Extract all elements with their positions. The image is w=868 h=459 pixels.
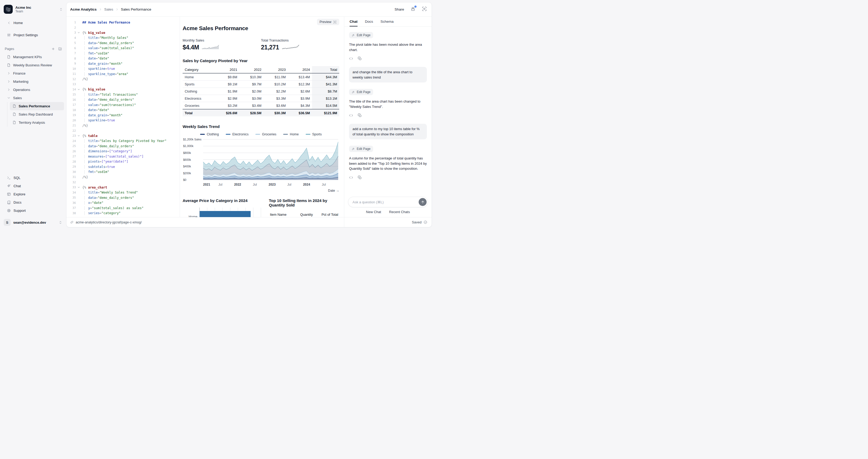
tab-chat[interactable]: Chat <box>349 17 358 27</box>
code-line[interactable]: 19date_grain="month" <box>66 112 180 118</box>
copy-icon[interactable] <box>358 113 362 118</box>
code-line[interactable]: 15title="Total Transactions" <box>66 92 180 97</box>
breadcrumb-item[interactable]: Sales <box>104 7 113 11</box>
code-line[interactable]: 10sparkline=true <box>66 66 180 72</box>
view-code-icon[interactable] <box>349 175 353 179</box>
legend-item[interactable]: Home <box>283 132 299 136</box>
code-line[interactable]: 16data="demo_daily_orders" <box>66 97 180 103</box>
fold-icon[interactable] <box>76 31 81 34</box>
arrow-up-icon <box>421 200 425 204</box>
tab-docs[interactable]: Docs <box>365 17 373 27</box>
fold-icon[interactable] <box>76 88 81 91</box>
sidebar-page-sales-performance[interactable]: Sales Performance <box>10 102 64 110</box>
code-line[interactable]: 25data="demo_daily_orders" <box>66 143 180 149</box>
workspace-switcher[interactable]: Acme Inc Team <box>0 3 66 16</box>
sidebar-page-territory-analysis[interactable]: Territory Analysis <box>10 119 64 127</box>
code-line[interactable]: 33{% area_chart <box>66 185 180 190</box>
copy-icon[interactable] <box>358 57 362 61</box>
code-line[interactable]: 38series="category" <box>66 211 180 216</box>
legend-item[interactable]: Clothing <box>200 132 219 136</box>
new-chat-button[interactable]: New Chat <box>366 210 381 214</box>
code-line[interactable]: 9date_grain="month" <box>66 61 180 66</box>
line-number: 2 <box>66 26 76 29</box>
sparkle-icon <box>7 184 11 188</box>
code-line[interactable]: 8date="date" <box>66 56 180 61</box>
page-label: Operations <box>13 88 30 92</box>
code-line[interactable]: 11sparkline_type="area" <box>66 71 180 77</box>
fold-icon[interactable] <box>76 134 81 137</box>
code-line[interactable]: 28pivots=["year(date)"] <box>66 159 180 164</box>
code-line[interactable]: 23{% table <box>66 133 180 138</box>
code-line[interactable]: 17value="sum(transactions)" <box>66 102 180 108</box>
legend-item[interactable]: Sports <box>306 132 322 136</box>
workspace-selector-icon[interactable] <box>59 7 63 11</box>
avg-price-bar-chart[interactable]: Home <box>183 207 262 217</box>
code-line[interactable]: 36x="date" <box>66 200 180 206</box>
sidebar-page-finance[interactable]: Finance <box>2 69 64 77</box>
chart-legend: ClothingElectronicsGroceriesHomeSports <box>183 132 339 136</box>
breadcrumb-item[interactable]: Acme Analytics <box>70 7 97 11</box>
send-button[interactable] <box>418 198 427 206</box>
code-line[interactable]: 4title="Monthly Sales" <box>66 35 180 41</box>
code-line[interactable]: 31/%} <box>66 174 180 180</box>
sidebar-page-sales-rep-dashboard[interactable]: Sales Rep Dashboard <box>10 110 64 119</box>
code-editor[interactable]: 1## Acme Sales Performance23{% big_value… <box>66 17 180 217</box>
line-number: 33 <box>66 186 76 189</box>
code-line[interactable]: 3{% big_value <box>66 30 180 35</box>
print-button[interactable] <box>410 6 415 12</box>
code-line[interactable]: 12/%} <box>66 77 180 82</box>
legend-item[interactable]: Electronics <box>226 132 248 136</box>
user-menu[interactable]: S sean@evidence.dev <box>0 216 66 230</box>
copy-icon[interactable] <box>358 175 362 179</box>
sidebar-page-marketing[interactable]: Marketing <box>2 77 64 86</box>
code-line[interactable]: 35data="demo_daily_orders" <box>66 195 180 200</box>
sidebar-item-docs[interactable]: Docs <box>2 198 64 206</box>
breadcrumb-item[interactable]: Sales Performance <box>121 7 151 11</box>
sidebar-page-weekly-business-review[interactable]: Weekly Business Review <box>2 61 64 69</box>
code-line[interactable]: 22 <box>66 128 180 133</box>
code-line[interactable]: 30fmt="usd1m" <box>66 169 180 175</box>
sidebar-item-home[interactable]: Home <box>2 19 64 27</box>
code-line[interactable]: 27measures=["sum(total_sales)"] <box>66 154 180 159</box>
share-button[interactable]: Share <box>395 7 404 11</box>
fold-icon[interactable] <box>76 186 81 189</box>
sidebar-page-management-kpis[interactable]: Management KPIs <box>2 53 64 61</box>
add-folder-icon[interactable] <box>58 47 62 51</box>
tab-schema[interactable]: Schema <box>380 17 394 27</box>
code-line[interactable]: 21/%} <box>66 123 180 128</box>
code-line[interactable]: 6value="sum(total_sales)" <box>66 46 180 51</box>
sidebar-page-sales[interactable]: Sales <box>2 94 64 102</box>
code-line[interactable]: 1## Acme Sales Performance <box>66 20 180 25</box>
fullscreen-button[interactable] <box>422 6 427 12</box>
sidebar-item-project-settings[interactable]: Project Settings <box>2 31 64 39</box>
sidebar-item-support[interactable]: Support <box>2 206 64 215</box>
code-line[interactable]: 18date="date" <box>66 108 180 113</box>
code-line[interactable]: 24title="Sales by Category Pivoted by Ye… <box>66 138 180 144</box>
sidebar-nav-top: HomeProject Settings <box>0 19 66 39</box>
code-line[interactable]: 13 <box>66 82 180 87</box>
chat-input[interactable] <box>348 197 428 207</box>
view-code-icon[interactable] <box>349 113 353 118</box>
code-line[interactable]: 20sparkline=true <box>66 118 180 123</box>
code-line[interactable]: 37y="sum(total_sales) as sales" <box>66 205 180 211</box>
sidebar-item-chat[interactable]: Chat <box>2 182 64 190</box>
recent-chats-button[interactable]: Recent Chats <box>389 210 410 214</box>
code-line[interactable]: 29subtotals=true <box>66 164 180 169</box>
user-selector-icon[interactable] <box>59 221 62 225</box>
sidebar-item-sql[interactable]: SQL <box>2 174 64 182</box>
page-path[interactable]: acme-analytics/directory-jgcraf/page-c-x… <box>76 221 142 224</box>
add-page-icon[interactable] <box>51 47 55 51</box>
preview-button[interactable]: Preview <box>317 19 339 25</box>
code-line[interactable]: 2 <box>66 25 180 30</box>
code-line[interactable]: 34title="Weekly Sales Trend" <box>66 190 180 195</box>
sidebar-page-operations[interactable]: Operations <box>2 86 64 94</box>
code-line[interactable]: 7fmt="usd1m" <box>66 51 180 56</box>
weekly-area-chart[interactable]: $0$200k$400k$600k$800k$1,000k$1,200k Sal… <box>183 137 339 189</box>
legend-item[interactable]: Groceries <box>255 132 276 136</box>
view-code-icon[interactable] <box>349 57 353 61</box>
sidebar-item-explore[interactable]: Explore <box>2 190 64 198</box>
code-line[interactable]: 26dimensions=["category"] <box>66 149 180 154</box>
code-line[interactable]: 5data="demo_daily_orders" <box>66 40 180 46</box>
code-line[interactable]: 32 <box>66 180 180 185</box>
code-line[interactable]: 14{% big_value <box>66 87 180 92</box>
